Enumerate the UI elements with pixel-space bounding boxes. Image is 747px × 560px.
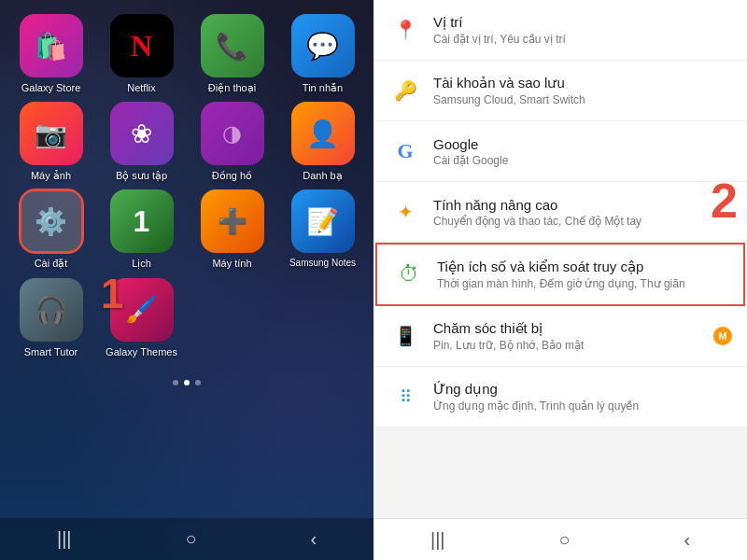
phone-icon: 📞 <box>201 14 264 77</box>
apps-grid-icon: ⠿ <box>400 386 412 407</box>
settings-list: 📍 Vị trí Cài đặt vị trí, Yêu cầu vị trí … <box>374 0 747 518</box>
location-icon-wrap: 📍 <box>388 13 422 47</box>
settings-item-digital-wellbeing[interactable]: ⏱ Tiện ích số và kiểm soát truy cập Thời… <box>375 243 745 306</box>
dot-indicator <box>173 380 178 385</box>
calculator-icon: ➕ <box>201 189 264 253</box>
dot-indicator-active <box>184 380 190 385</box>
app-smart-tutor[interactable]: 🎧 Smart Tutor <box>9 278 92 358</box>
app-grid-row1: 🛍️ Galaxy Store N Netflix 📞 Điện thoại 💬… <box>0 0 374 372</box>
smart-tutor-icon: 🎧 <box>20 278 83 342</box>
settings-subtitle-location: Cài đặt vị trí, Yêu cầu vị trí <box>433 33 732 46</box>
account-icon-wrap: 🔑 <box>388 74 422 107</box>
nav-back-icon[interactable]: ‹ <box>310 528 317 550</box>
app-label: Galaxy Themes <box>106 346 177 358</box>
nav-home-icon[interactable]: ○ <box>185 528 196 550</box>
settings-subtitle-advanced: Chuyển động và thao tác, Chế độ Một tay <box>433 215 732 228</box>
settings-subtitle-digital-wellbeing: Thời gian màn hình, Đếm giờ ứng dụng, Th… <box>437 277 728 290</box>
app-label: Smart Tutor <box>24 346 78 358</box>
settings-highlight-border <box>19 189 84 254</box>
app-galaxy-store[interactable]: 🛍️ Galaxy Store <box>9 14 92 94</box>
step-badge-2: 2 <box>711 173 738 229</box>
settings-item-advanced[interactable]: ✦ Tính năng nâng cao Chuyển động và thao… <box>374 182 747 243</box>
app-label: Bộ sưu tập <box>116 170 167 182</box>
settings-text-advanced: Tính năng nâng cao Chuyển động và thao t… <box>433 197 732 228</box>
nav-bar-left: ||| ○ ‹ <box>0 518 374 560</box>
app-label: Samsung Notes <box>289 258 356 269</box>
app-calculator[interactable]: ➕ Máy tính <box>190 189 274 270</box>
calendar-icon: 1 <box>110 189 174 253</box>
app-label: Danh bạ <box>303 170 342 182</box>
settings-text-google: Google Cài đặt Google <box>433 136 732 167</box>
settings-title-digital-wellbeing: Tiện ích số và kiểm soát truy cập <box>437 259 728 275</box>
galaxy-store-icon: 🛍️ <box>20 14 83 77</box>
app-settings[interactable]: ⚙️ Cài đặt <box>9 189 92 270</box>
settings-title-apps: Ứng dụng <box>433 381 732 398</box>
app-samsung-notes[interactable]: 📝 Samsung Notes <box>281 189 364 270</box>
settings-item-location[interactable]: 📍 Vị trí Cài đặt vị trí, Yêu cầu vị trí <box>374 0 747 61</box>
nav-home-right-icon[interactable]: ○ <box>558 529 570 551</box>
advanced-icon-wrap: ✦ <box>388 195 422 229</box>
home-screen: 🛍️ Galaxy Store N Netflix 📞 Điện thoại 💬… <box>0 0 374 560</box>
settings-subtitle-account: Samsung Cloud, Smart Switch <box>433 93 732 106</box>
app-label: Máy ảnh <box>31 170 71 182</box>
step-badge-1: 1 <box>101 271 123 317</box>
samsung-notes-icon: 📝 <box>291 189 355 253</box>
settings-title-google: Google <box>433 136 732 152</box>
nav-recent-right-icon[interactable]: ||| <box>430 529 445 551</box>
app-label: Điện thoại <box>208 82 256 94</box>
messages-icon: 💬 <box>291 14 355 77</box>
app-label: Tin nhắn <box>303 82 343 94</box>
clock-green-icon: ⏱ <box>399 262 419 287</box>
app-gallery[interactable]: ❀ Bộ sưu tập <box>100 102 183 182</box>
apps-icon-wrap: ⠿ <box>388 380 422 413</box>
app-label: Cài đặt <box>35 258 68 270</box>
app-camera[interactable]: 📷 Máy ảnh <box>9 102 92 182</box>
star-icon: ✦ <box>398 201 414 223</box>
digital-wellbeing-icon-wrap: ⏱ <box>392 258 426 291</box>
nav-bar-right: ||| ○ ‹ <box>374 518 747 560</box>
settings-text-digital-wellbeing: Tiện ích số và kiểm soát truy cập Thời g… <box>437 259 728 290</box>
settings-item-account[interactable]: 🔑 Tài khoản và sao lưu Samsung Cloud, Sm… <box>374 61 747 121</box>
device-icon: 📱 <box>394 325 417 347</box>
app-netflix[interactable]: N Netflix <box>100 14 183 94</box>
dot-indicator <box>195 380 201 385</box>
app-label: Galaxy Store <box>21 82 81 94</box>
google-icon-wrap: G <box>388 134 422 168</box>
app-contacts[interactable]: 👤 Danh bạ <box>281 102 364 182</box>
settings-text-device-care: Chăm sóc thiết bị Pin, Lưu trữ, Bộ nhớ, … <box>433 320 713 352</box>
google-icon: G <box>397 139 413 163</box>
settings-item-device-care[interactable]: 📱 Chăm sóc thiết bị Pin, Lưu trữ, Bộ nhớ… <box>374 306 747 367</box>
app-label: Máy tính <box>212 258 251 270</box>
device-care-icon-wrap: 📱 <box>388 319 422 353</box>
settings-title-device-care: Chăm sóc thiết bị <box>433 320 713 337</box>
location-pin-icon: 📍 <box>394 19 417 41</box>
settings-subtitle-apps: Ứng dụng mặc định, Trình quản lý quyền <box>433 399 732 413</box>
gallery-icon: ❀ <box>110 102 174 165</box>
app-label: Lịch <box>132 258 151 270</box>
settings-subtitle-google: Cài đặt Google <box>433 154 732 167</box>
settings-subtitle-device-care: Pin, Lưu trữ, Bộ nhớ, Bảo mật <box>433 339 713 352</box>
page-indicators <box>0 372 374 393</box>
settings-panel: 📍 Vị trí Cài đặt vị trí, Yêu cầu vị trí … <box>374 0 747 560</box>
key-icon: 🔑 <box>394 79 417 102</box>
settings-title-account: Tài khoản và sao lưu <box>433 75 732 91</box>
app-phone[interactable]: 📞 Điện thoại <box>190 14 274 94</box>
settings-title-location: Vị trí <box>433 14 732 31</box>
settings-title-advanced: Tính năng nâng cao <box>433 197 732 213</box>
badge-m: M <box>713 327 732 345</box>
app-label: Netflix <box>127 82 156 94</box>
app-clock[interactable]: ◑ Đồng hồ <box>190 102 274 182</box>
settings-text-account: Tài khoản và sao lưu Samsung Cloud, Smar… <box>433 75 732 106</box>
settings-text-location: Vị trí Cài đặt vị trí, Yêu cầu vị trí <box>433 14 732 46</box>
nav-recent-icon[interactable]: ||| <box>57 528 72 550</box>
app-label: Đồng hồ <box>212 170 252 182</box>
app-messages[interactable]: 💬 Tin nhắn <box>281 14 364 94</box>
nav-back-right-icon[interactable]: ‹ <box>684 529 690 551</box>
clock-icon: ◑ <box>201 102 264 165</box>
settings-text-apps: Ứng dụng Ứng dụng mặc định, Trình quản l… <box>433 381 732 413</box>
app-calendar[interactable]: 1 Lịch <box>100 189 183 270</box>
settings-item-apps[interactable]: ⠿ Ứng dụng Ứng dụng mặc định, Trình quản… <box>374 367 747 427</box>
contacts-icon: 👤 <box>291 102 355 165</box>
netflix-icon: N <box>110 14 174 77</box>
settings-item-google[interactable]: G Google Cài đặt Google <box>374 121 747 182</box>
